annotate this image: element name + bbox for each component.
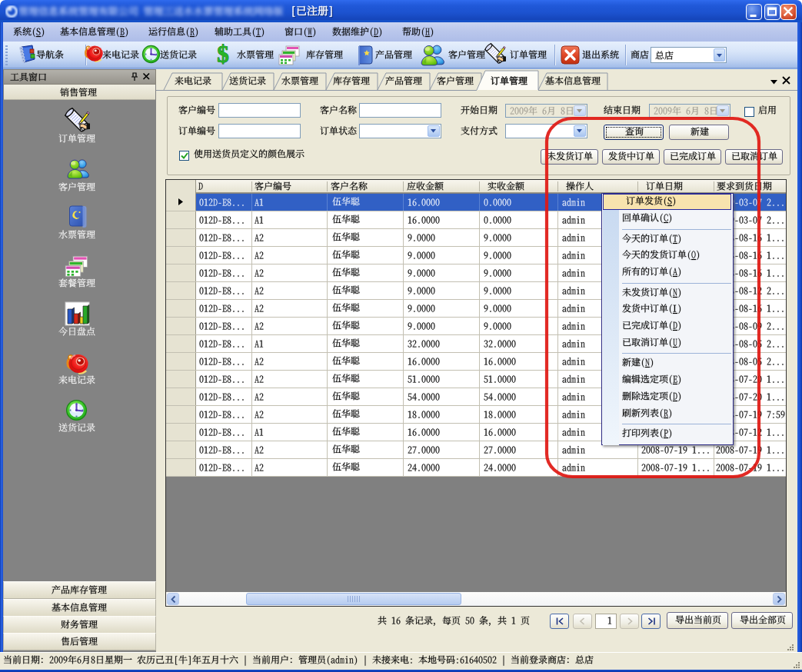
svg-text:$: $ <box>217 41 229 68</box>
